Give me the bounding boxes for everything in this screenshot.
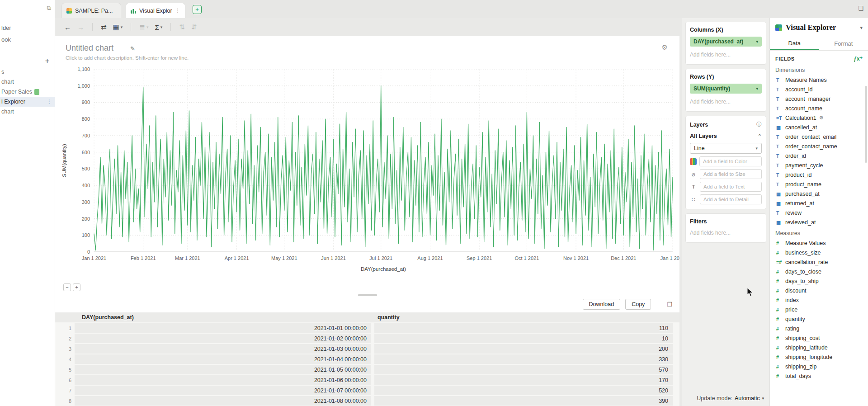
date-cell[interactable]: 2021-01-05 00:00:00 [75, 365, 371, 374]
filters-dropzone[interactable]: Add fields here... [690, 230, 762, 238]
expand-table-icon[interactable]: ❐ [667, 301, 672, 308]
dimension-field[interactable]: ▦ reviewed_at [770, 217, 868, 227]
tab-visual-explorer[interactable]: Visual Explorer ⋮ [126, 3, 185, 18]
date-cell[interactable]: 2021-01-02 00:00:00 [75, 334, 371, 343]
panel-tab[interactable]: Format [819, 37, 868, 50]
measure-field[interactable]: # shipping_longitude [770, 352, 868, 362]
measure-field[interactable]: # days_to_close [770, 267, 868, 276]
quantity-cell[interactable]: 570 [374, 365, 673, 374]
calculation-gear-icon[interactable]: ⚙ [819, 115, 824, 121]
panel-tab[interactable]: Data [770, 37, 819, 50]
measure-field[interactable]: # quantity [770, 314, 868, 324]
quantity-cell[interactable]: 330 [374, 354, 673, 364]
measure-field[interactable]: # shipping_zip [770, 362, 868, 371]
measure-field[interactable]: # business_size [770, 248, 868, 257]
update-mode-select[interactable]: Automatic [735, 395, 760, 401]
date-cell[interactable]: 2021-01-01 00:00:00 [75, 323, 371, 333]
scrollbar-thumb[interactable] [865, 86, 867, 163]
quantity-cell[interactable]: 110 [374, 323, 673, 333]
mark-shelf-dropzone[interactable]: Add a field to Size [700, 169, 762, 179]
date-cell[interactable]: 2021-01-03 00:00:00 [75, 344, 371, 354]
dimension-field[interactable]: T Measure Names [770, 75, 868, 85]
dimension-field[interactable]: T product_name [770, 179, 868, 189]
add-report-button[interactable]: + [45, 57, 49, 65]
date-cell[interactable]: 2021-01-08 00:00:00 [75, 396, 371, 406]
sidebar-item[interactable]: chart [0, 107, 55, 117]
aggregate-icon[interactable]: Σ ▾ [155, 24, 162, 31]
sidebar-item[interactable]: chart [0, 77, 55, 87]
toolbar-icon[interactable] [92, 23, 93, 31]
tab-menu-icon[interactable]: ⋮ [175, 7, 181, 14]
panel-toggle-icon[interactable]: ❏ [858, 5, 863, 12]
column-header-date[interactable]: DAY(purchased_at) [75, 314, 371, 321]
item-menu-icon[interactable]: ⋮ [47, 99, 52, 105]
view-type-icon[interactable]: ▦ ▾ [113, 23, 123, 31]
mark-shelf-dropzone[interactable]: Add a field to Color [699, 156, 762, 166]
sidebar-item[interactable]: l Explorer ⋮ [0, 97, 55, 107]
dimension-field[interactable]: =T Calculation1 ⚙ [770, 113, 868, 123]
sort-desc-icon[interactable]: ⇵ [191, 23, 197, 31]
mark-type-select[interactable]: Line ▾ [690, 143, 762, 154]
measure-field[interactable]: # rating [770, 324, 868, 333]
columns-dropzone[interactable]: Add fields here... [690, 52, 762, 60]
toolbar-icon[interactable] [131, 23, 131, 31]
dimension-field[interactable]: T account_manager [770, 94, 868, 104]
forward-icon[interactable]: → [77, 24, 84, 31]
column-header-quantity[interactable]: quantity [374, 314, 673, 321]
dimension-field[interactable]: T payment_cycle [770, 161, 868, 170]
dimension-field[interactable]: ▦ purchased_at [770, 189, 868, 198]
rows-dropzone[interactable]: Add fields here... [690, 99, 762, 107]
date-cell[interactable]: 2021-01-07 00:00:00 [75, 386, 371, 395]
mark-shelf-dropzone[interactable]: Add a field to Text [700, 182, 762, 192]
copy-button[interactable]: Copy [625, 299, 651, 310]
measure-field[interactable]: # price [770, 305, 868, 314]
table-row[interactable]: 3 2021-01-03 00:00:00 200 [55, 344, 679, 354]
measure-field[interactable]: # days_to_ship [770, 276, 868, 286]
dimension-field[interactable]: T order_id [770, 151, 868, 161]
table-row[interactable]: 4 2021-01-04 00:00:00 330 [55, 354, 679, 364]
info-icon[interactable]: ⓘ [756, 121, 762, 128]
table-row[interactable]: 7 2021-01-07 00:00:00 520 [55, 386, 679, 395]
sidebar-item[interactable]: Paper Sales [0, 87, 55, 97]
rows-field-pill[interactable]: SUM(quantity) ▾ [690, 84, 762, 94]
new-tab-button[interactable]: + [193, 5, 202, 14]
table-row[interactable]: 2 2021-01-02 00:00:00 10 [55, 334, 679, 343]
table-row[interactable]: 6 2021-01-06 00:00:00 170 [55, 375, 679, 385]
dimension-field[interactable]: T product_id [770, 170, 868, 179]
quantity-cell[interactable]: 520 [374, 386, 673, 395]
quantity-cell[interactable]: 200 [374, 344, 673, 354]
sort-asc-icon[interactable]: ⇅ [179, 23, 185, 31]
zoom-in-button[interactable]: + [73, 283, 80, 291]
add-calculation-icon[interactable]: ƒx⁺ [854, 56, 863, 62]
dimension-field[interactable]: ▦ returned_at [770, 198, 868, 208]
chevron-down-icon[interactable]: ▾ [860, 25, 863, 31]
table-row[interactable]: 8 2021-01-08 00:00:00 390 [55, 396, 679, 406]
zoom-out-button[interactable]: − [63, 283, 71, 291]
dimension-field[interactable]: T account_name [770, 104, 868, 113]
dimension-field[interactable]: ▦ cancelled_at [770, 123, 868, 132]
measure-field[interactable]: # discount [770, 286, 868, 295]
sidebar-item[interactable]: s [0, 67, 55, 77]
minimize-table-icon[interactable]: — [656, 301, 662, 308]
date-cell[interactable]: 2021-01-04 00:00:00 [75, 354, 371, 364]
dimension-field[interactable]: T review [770, 208, 868, 217]
measure-field[interactable]: # shipping_cost [770, 333, 868, 343]
date-cell[interactable]: 2021-01-06 00:00:00 [75, 375, 371, 385]
toolbar-icon[interactable] [170, 23, 171, 31]
back-icon[interactable]: ← [64, 24, 71, 31]
measure-field[interactable]: =# cancellation_rate [770, 257, 868, 267]
measure-field[interactable]: # index [770, 295, 868, 305]
quantity-cell[interactable]: 10 [374, 334, 673, 343]
quantity-cell[interactable]: 170 [374, 375, 673, 385]
labels-icon[interactable]: ≣ ▾ [139, 23, 148, 31]
dimension-field[interactable]: T order_contact_name [770, 142, 868, 151]
table-row[interactable]: 5 2021-01-05 00:00:00 570 [55, 365, 679, 374]
measure-field[interactable]: # Measure Values [770, 238, 868, 248]
dimension-field[interactable]: T account_id [770, 85, 868, 94]
dimension-field[interactable]: T order_contact_email [770, 132, 868, 142]
measure-field[interactable]: # total_days [770, 371, 868, 381]
quantity-cell[interactable]: 390 [374, 396, 673, 406]
measure-field[interactable]: # shipping_latitude [770, 343, 868, 352]
mark-shelf-dropzone[interactable]: Add a field to Detail [700, 194, 762, 204]
tab-sample-report[interactable]: SAMPLE: Pa... [61, 3, 121, 18]
